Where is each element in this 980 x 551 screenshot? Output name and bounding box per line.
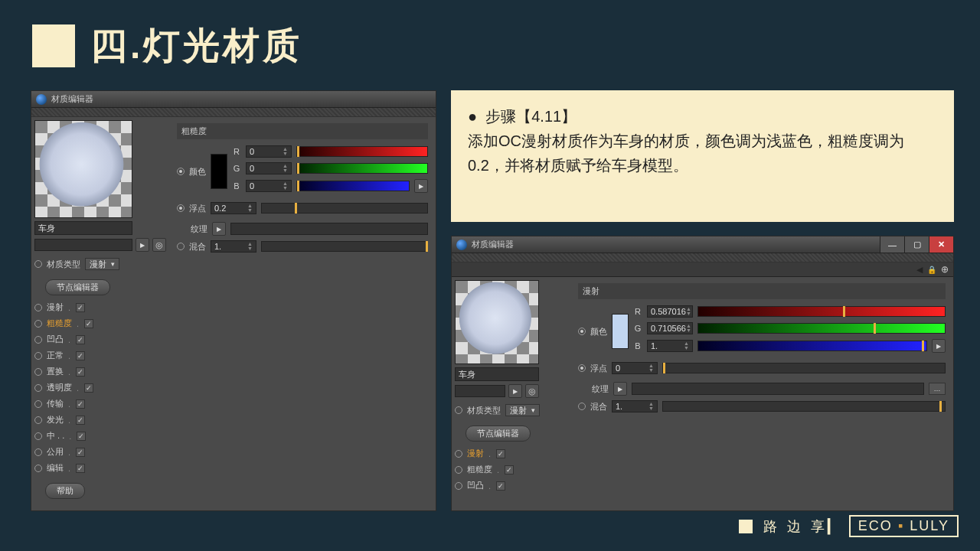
radio-icon[interactable] — [34, 400, 42, 408]
target-icon[interactable] — [525, 384, 539, 398]
target-icon[interactable] — [152, 238, 166, 252]
b-slider[interactable] — [697, 341, 927, 351]
radio-icon[interactable] — [578, 364, 586, 372]
radio-icon[interactable] — [34, 448, 42, 456]
mix-value[interactable]: 1.▲▼ — [211, 240, 256, 253]
radio-icon[interactable] — [34, 320, 42, 328]
texture-picker-icon[interactable] — [613, 382, 627, 396]
minimize-button[interactable]: — — [880, 236, 904, 253]
channel-row[interactable]: 编辑 . — [34, 462, 166, 474]
play-icon[interactable] — [508, 384, 522, 398]
channel-row[interactable]: 凹凸 . — [455, 480, 567, 491]
expand-icon[interactable] — [414, 179, 428, 193]
node-editor-button[interactable]: 节点编辑器 — [466, 425, 531, 442]
add-icon[interactable] — [941, 264, 949, 275]
channel-row[interactable]: 凹凸 . — [34, 334, 166, 345]
radio-icon[interactable] — [34, 260, 42, 268]
check-icon[interactable] — [76, 367, 85, 377]
float-value[interactable]: 0▲▼ — [612, 362, 658, 374]
texture-picker-icon[interactable] — [212, 222, 226, 236]
grip-bar[interactable] — [31, 108, 436, 117]
radio-icon[interactable] — [578, 328, 586, 335]
radio-icon[interactable] — [455, 406, 462, 414]
r-slider[interactable] — [296, 146, 428, 157]
r-value[interactable]: 0▲▼ — [246, 145, 292, 158]
g-value[interactable]: 0.710566▲▼ — [647, 322, 693, 334]
radio-icon[interactable] — [34, 304, 42, 311]
mat-type-select[interactable]: 漫射 — [85, 258, 119, 270]
mat-type-select[interactable]: 漫射 — [505, 404, 540, 416]
r-value[interactable]: 0.587016▲▼ — [647, 305, 693, 318]
node-editor-button[interactable]: 节点编辑器 — [45, 279, 110, 295]
check-icon[interactable] — [505, 465, 514, 474]
radio-icon[interactable] — [34, 336, 42, 344]
mix-value[interactable]: 1.▲▼ — [612, 400, 658, 412]
texture-slot[interactable] — [632, 383, 924, 395]
search-input[interactable] — [34, 239, 132, 251]
channel-row[interactable]: 中 . . . — [34, 430, 166, 442]
radio-icon[interactable] — [34, 368, 42, 376]
channel-row[interactable]: 粗糙度 . — [34, 318, 166, 329]
material-preview[interactable] — [34, 120, 132, 218]
radio-icon[interactable] — [578, 403, 586, 410]
b-value[interactable]: 0▲▼ — [246, 180, 292, 192]
mix-slider[interactable] — [662, 401, 946, 412]
radio-icon[interactable] — [177, 243, 185, 250]
back-icon[interactable] — [916, 265, 923, 275]
check-icon[interactable] — [76, 351, 85, 360]
close-button[interactable]: ✕ — [929, 236, 953, 253]
expand-icon[interactable] — [932, 339, 946, 353]
float-slider[interactable] — [261, 203, 428, 214]
channel-row[interactable]: 漫射 . — [34, 302, 166, 313]
r-slider[interactable] — [697, 306, 946, 317]
play-icon[interactable] — [136, 238, 149, 252]
material-name-input[interactable] — [455, 367, 539, 381]
material-name-input[interactable] — [34, 221, 132, 235]
radio-icon[interactable] — [34, 432, 42, 440]
radio-icon[interactable] — [177, 168, 185, 175]
channel-row[interactable]: 透明度 . — [34, 382, 166, 393]
maximize-button[interactable]: ▢ — [904, 236, 929, 253]
channel-row[interactable]: 发光 . — [34, 414, 166, 425]
b-slider[interactable] — [296, 181, 410, 191]
check-icon[interactable] — [76, 335, 85, 344]
check-icon[interactable] — [76, 303, 85, 312]
float-slider[interactable] — [662, 363, 946, 373]
radio-icon[interactable] — [455, 466, 462, 474]
browse-button[interactable]: … — [929, 383, 946, 395]
search-input[interactable] — [455, 385, 505, 397]
channel-row[interactable]: 置换 . — [34, 366, 166, 377]
check-icon[interactable] — [76, 399, 85, 409]
radio-icon[interactable] — [455, 482, 462, 490]
g-slider[interactable] — [296, 163, 428, 174]
texture-slot[interactable] — [230, 223, 428, 235]
color-swatch[interactable] — [612, 314, 629, 349]
channel-row[interactable]: 正常 . — [34, 350, 166, 361]
radio-icon[interactable] — [34, 384, 42, 392]
radio-icon[interactable] — [34, 352, 42, 360]
check-icon[interactable] — [77, 432, 86, 441]
radio-icon[interactable] — [177, 204, 185, 212]
color-swatch[interactable] — [211, 154, 227, 189]
g-slider[interactable] — [697, 323, 946, 334]
material-preview[interactable] — [455, 280, 539, 364]
channel-row[interactable]: 传输 . — [34, 398, 166, 409]
float-value[interactable]: 0.2▲▼ — [211, 202, 256, 214]
mix-slider[interactable] — [261, 241, 428, 252]
b-value[interactable]: 1.▲▼ — [647, 340, 693, 352]
check-icon[interactable] — [84, 319, 93, 328]
radio-icon[interactable] — [34, 416, 42, 424]
channel-row[interactable]: 粗糙度 . — [455, 464, 567, 475]
radio-icon[interactable] — [34, 465, 42, 472]
channel-row[interactable]: 漫射 . — [455, 448, 567, 459]
check-icon[interactable] — [76, 448, 85, 457]
g-value[interactable]: 0▲▼ — [246, 162, 292, 174]
channel-row[interactable]: 公用 . — [34, 446, 166, 458]
grip-bar[interactable] — [452, 253, 953, 262]
radio-icon[interactable] — [455, 450, 462, 458]
help-button[interactable]: 帮助 — [45, 483, 85, 499]
check-icon[interactable] — [84, 383, 93, 393]
check-icon[interactable] — [76, 464, 85, 473]
check-icon[interactable] — [76, 416, 85, 425]
check-icon[interactable] — [496, 481, 505, 491]
